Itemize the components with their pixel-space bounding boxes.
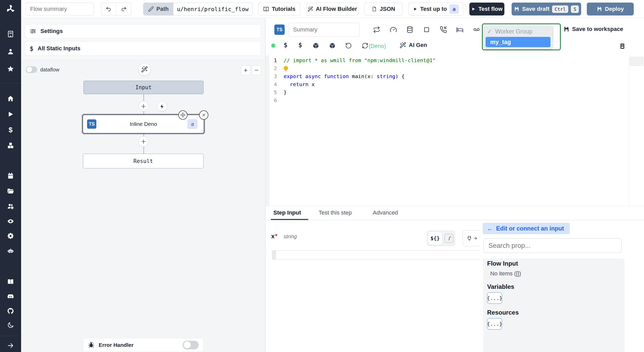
retry-repeat-icon[interactable]	[373, 26, 380, 33]
package-cube-icon[interactable]	[329, 42, 336, 50]
code-lines[interactable]: 1// import * as wmill from "npm:windmill…	[269, 56, 629, 104]
code-line[interactable]: 6	[269, 96, 629, 104]
search-prop-input[interactable]	[484, 238, 622, 253]
connect-input-plug-button[interactable]	[463, 230, 482, 246]
variable-picker-dollar-icon[interactable]: $	[284, 41, 287, 49]
path-label-segment[interactable]: Path	[143, 3, 173, 15]
save-to-workspace-button[interactable]: Save to workspace	[563, 26, 623, 32]
json-button[interactable]: JSON	[364, 3, 402, 15]
zoom-in-button[interactable]: +	[241, 65, 250, 75]
ai-wand-button[interactable]	[138, 63, 151, 76]
edge-line	[143, 146, 144, 154]
add-step-button[interactable]	[139, 101, 148, 111]
github-icon[interactable]	[7, 307, 14, 315]
select-control-ghost	[553, 25, 560, 42]
save-draft-button[interactable]: Save draft Ctrl S	[512, 3, 581, 15]
line-number: 6	[269, 97, 277, 103]
sleep-bed-icon[interactable]	[456, 26, 463, 33]
error-handler-row[interactable]: Error Handler	[83, 338, 204, 352]
tab-step-input[interactable]: Step Input	[273, 209, 301, 216]
field-value-input[interactable]	[276, 251, 481, 259]
resources-boxes-icon[interactable]	[7, 142, 14, 149]
worker-group-option[interactable]: ✓ Worker Group	[484, 25, 553, 35]
field-name: x	[271, 233, 275, 240]
suspend-phone-icon[interactable]	[440, 26, 447, 33]
step-id-badge: a	[187, 119, 198, 129]
field-value-input-wrap	[272, 250, 481, 260]
windmill-logo[interactable]	[5, 4, 16, 14]
tutorials-button[interactable]: Tutorials	[258, 3, 300, 15]
test-up-to-button[interactable]: Test up to a	[409, 3, 463, 15]
ai-robot-icon[interactable]	[7, 247, 14, 255]
user-icon[interactable]	[7, 48, 14, 55]
add-trigger-button[interactable]	[157, 102, 167, 111]
minimap-divider	[629, 55, 629, 206]
reset-refresh-icon[interactable]	[362, 42, 369, 50]
audit-eye-icon[interactable]	[7, 218, 14, 225]
history-undo-icon[interactable]	[345, 42, 352, 50]
fn-mode-button[interactable]: f	[445, 234, 453, 243]
resources-object-badge[interactable]: {...}	[487, 318, 502, 330]
flow-input-node-label: Input	[135, 84, 151, 91]
early-stop-square-icon[interactable]	[423, 26, 430, 33]
flow-input-empty-text: No items ([])	[490, 270, 521, 277]
mock-voicemail-icon[interactable]	[473, 26, 480, 33]
variables-dollar-icon[interactable]: $	[7, 126, 14, 134]
expand-sidebar-arrow-icon[interactable]	[7, 342, 14, 349]
kbd-ctrl: Ctrl	[552, 5, 568, 13]
ai-gen-button[interactable]: AI Gen	[400, 42, 427, 48]
workers-gear-icon[interactable]	[7, 232, 14, 240]
expr-mode-button[interactable]: ${}	[428, 232, 442, 245]
flow-input-node[interactable]: Input	[83, 81, 204, 94]
workspace-building-icon[interactable]	[7, 30, 14, 38]
variables-object-badge[interactable]: {...}	[487, 292, 502, 304]
code-line[interactable]: 2	[269, 64, 629, 72]
error-handler-toggle[interactable]	[183, 341, 199, 349]
delete-step-button[interactable]	[199, 110, 208, 120]
folders-icon[interactable]	[7, 187, 14, 195]
flow-settings-row[interactable]: Settings	[25, 24, 261, 38]
groups-users-gear-icon[interactable]	[7, 203, 14, 210]
code-line[interactable]: 3export async function main(x: string) {	[269, 72, 629, 80]
tab-test-this-step[interactable]: Test this step	[319, 209, 352, 216]
test-flow-button[interactable]: Test flow	[469, 3, 504, 15]
path-value: u/henri/prolific_flow	[173, 3, 252, 15]
flow-result-node[interactable]: Result	[83, 154, 204, 168]
dataflow-toggle[interactable]	[26, 66, 37, 73]
flow-summary-input[interactable]	[26, 3, 94, 15]
edit-or-connect-button[interactable]: ← Edit or connect an input	[483, 223, 570, 234]
path-control[interactable]: Path u/henri/prolific_flow	[143, 3, 252, 15]
worker-group-select[interactable]: ✓ Worker Group my_tag	[482, 23, 561, 50]
minimap-slider[interactable]	[630, 57, 643, 66]
tab-advanced[interactable]: Advanced	[373, 209, 398, 216]
cache-database-icon[interactable]	[406, 26, 413, 33]
move-step-handle[interactable]	[178, 110, 188, 120]
line-content: export async function main(x: string) {	[277, 73, 405, 79]
deploy-button[interactable]: Deploy	[587, 3, 634, 15]
all-static-inputs-row[interactable]: $ All Static Inputs	[25, 41, 261, 56]
zoom-out-button[interactable]: −	[252, 65, 261, 75]
docs-book-icon[interactable]	[7, 278, 14, 285]
concurrency-gauge-icon[interactable]	[390, 26, 397, 33]
schedules-calendar-icon[interactable]	[7, 172, 14, 179]
home-icon[interactable]	[7, 95, 14, 102]
panel-divider	[266, 206, 644, 206]
undo-button[interactable]	[101, 3, 116, 15]
resource-picker-dollar-icon[interactable]: $	[298, 41, 302, 49]
discord-icon[interactable]	[7, 293, 14, 300]
my-tag-option[interactable]: my_tag	[486, 37, 550, 47]
code-action-lightbulb-icon[interactable]	[284, 66, 288, 70]
package-cube-icon[interactable]	[312, 42, 320, 50]
runs-play-icon[interactable]	[7, 111, 14, 118]
code-line[interactable]: 1// import * as wmill from "npm:windmill…	[269, 56, 629, 64]
code-line[interactable]: 5}	[269, 88, 629, 96]
code-line[interactable]: 4 return x	[269, 80, 629, 88]
script-library-icon[interactable]	[619, 42, 626, 50]
step-summary-input[interactable]	[289, 23, 360, 37]
redo-button[interactable]	[116, 3, 131, 15]
favorites-star-icon[interactable]	[7, 65, 14, 72]
deno-runtime-label[interactable]: (Deno)	[369, 43, 386, 50]
add-step-button[interactable]	[139, 137, 148, 146]
ai-flow-builder-button[interactable]: AI Flow Builder	[307, 3, 358, 15]
dark-mode-moon-icon[interactable]	[7, 322, 14, 329]
